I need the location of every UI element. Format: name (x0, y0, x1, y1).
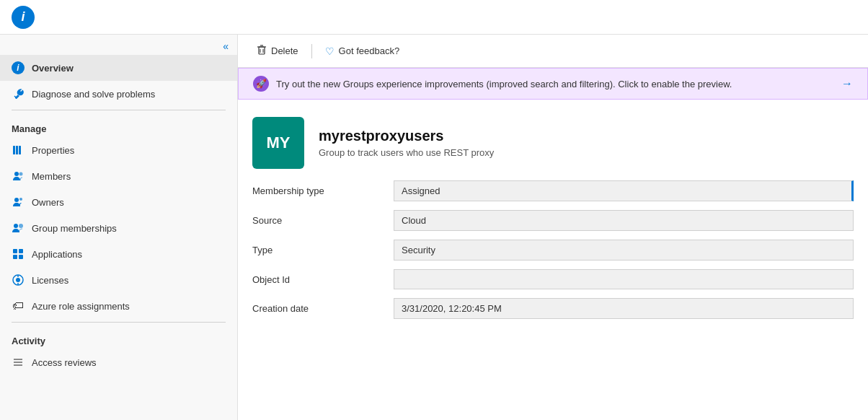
svg-rect-1 (16, 146, 18, 154)
group-name: myrestproxyusers (319, 128, 494, 144)
svg-rect-10 (19, 249, 23, 253)
sidebar-collapse-button[interactable]: « (223, 40, 229, 52)
object-id-value (394, 269, 854, 289)
source-value: Cloud (394, 210, 854, 231)
sidebar-item-group-memberships[interactable]: Group memberships (0, 215, 237, 241)
sidebar-item-diagnose[interactable]: Diagnose and solve problems (0, 81, 237, 107)
delete-label: Delete (271, 45, 298, 56)
sidebar-manage-section: Manage (0, 113, 237, 137)
svg-rect-9 (13, 249, 17, 253)
type-label: Type (252, 245, 382, 255)
svg-rect-20 (259, 47, 265, 54)
svg-rect-0 (13, 146, 15, 154)
svg-point-14 (16, 278, 20, 282)
sidebar-manage-divider (12, 110, 226, 110)
svg-point-8 (19, 224, 23, 228)
sidebar-item-members[interactable]: Members (0, 163, 237, 189)
applications-icon (12, 248, 25, 261)
licenses-icon (12, 274, 25, 286)
toolbar-divider (311, 44, 312, 58)
field-row-membership-type: Membership type Assigned (252, 180, 854, 201)
sidebar-item-access-reviews-label: Access reviews (32, 357, 97, 368)
delete-button[interactable]: Delete (252, 42, 303, 60)
fields-container: Membership type Assigned Source Cloud Ty… (238, 180, 868, 319)
object-id-label: Object Id (252, 274, 382, 285)
source-label: Source (252, 215, 382, 226)
sidebar-item-azure-role[interactable]: 🏷 Azure role assignments (0, 293, 237, 319)
sidebar-item-diagnose-label: Diagnose and solve problems (32, 89, 155, 100)
banner-arrow-icon: → (841, 77, 853, 90)
info-icon: i (12, 61, 25, 74)
trash-icon (257, 45, 267, 57)
sidebar-item-applications-label: Applications (32, 249, 82, 260)
svg-point-7 (14, 224, 18, 228)
sidebar-item-properties[interactable]: Properties (0, 137, 237, 163)
sidebar-item-members-label: Members (32, 171, 71, 182)
sidebar-item-licenses-label: Licenses (32, 275, 68, 286)
membership-type-label: Membership type (252, 185, 382, 196)
group-description: Group to track users who use REST proxy (319, 147, 494, 158)
group-avatar: MY (252, 117, 304, 169)
app-logo-icon: i (12, 6, 35, 29)
group-header: MY myrestproxyusers Group to track users… (238, 100, 868, 180)
svg-point-4 (19, 172, 23, 176)
sidebar-item-overview[interactable]: i Overview (0, 55, 237, 81)
sidebar-item-applications[interactable]: Applications (0, 241, 237, 267)
azure-role-icon: 🏷 (12, 299, 25, 312)
svg-point-3 (14, 172, 19, 176)
heart-icon: ♡ (325, 45, 335, 57)
svg-rect-11 (13, 255, 17, 259)
rocket-icon: 🚀 (253, 76, 269, 92)
sidebar-item-licenses[interactable]: Licenses (0, 267, 237, 293)
field-row-creation-date: Creation date 3/31/2020, 12:20:45 PM (252, 298, 854, 319)
top-bar: i (0, 0, 868, 35)
svg-rect-12 (19, 255, 23, 259)
properties-icon (12, 144, 25, 157)
creation-date-value: 3/31/2020, 12:20:45 PM (394, 298, 854, 319)
sidebar-item-overview-label: Overview (32, 63, 74, 74)
sidebar-activity-section: Activity (0, 325, 237, 349)
feedback-button[interactable]: ♡ Got feedback? (321, 43, 404, 60)
svg-point-5 (14, 198, 19, 202)
preview-banner[interactable]: 🚀 Try out the new Groups experience impr… (238, 68, 868, 100)
members-icon (12, 170, 25, 183)
field-row-type: Type Security (252, 240, 854, 261)
membership-type-value[interactable]: Assigned (394, 180, 854, 201)
type-value: Security (394, 240, 854, 261)
wrench-icon (12, 87, 25, 100)
group-memberships-icon (12, 222, 25, 235)
banner-text: Try out the new Groups experience improv… (276, 79, 732, 89)
content-area: Delete ♡ Got feedback? 🚀 Try out the new… (238, 35, 868, 420)
sidebar-item-access-reviews[interactable]: Access reviews (0, 349, 237, 375)
sidebar-header: « (0, 35, 237, 55)
access-reviews-icon (12, 356, 25, 369)
feedback-label: Got feedback? (339, 45, 400, 56)
svg-point-6 (19, 198, 22, 201)
sidebar-item-azure-role-label: Azure role assignments (32, 301, 130, 312)
creation-date-label: Creation date (252, 303, 382, 314)
content-toolbar: Delete ♡ Got feedback? (238, 35, 868, 68)
sidebar-item-group-memberships-label: Group memberships (32, 223, 117, 234)
sidebar-item-owners-label: Owners (32, 197, 64, 208)
field-row-object-id: Object Id (252, 269, 854, 289)
group-info: myrestproxyusers Group to track users wh… (319, 128, 494, 158)
field-row-source: Source Cloud (252, 210, 854, 231)
sidebar-item-owners[interactable]: Owners (0, 189, 237, 215)
main-container: « i Overview Diagnose and solve problems… (0, 35, 868, 420)
owners-icon (12, 196, 25, 209)
sidebar: « i Overview Diagnose and solve problems… (0, 35, 238, 420)
sidebar-activity-divider (12, 322, 226, 323)
svg-rect-2 (19, 146, 21, 154)
group-avatar-text: MY (267, 134, 291, 152)
sidebar-item-properties-label: Properties (32, 145, 74, 156)
